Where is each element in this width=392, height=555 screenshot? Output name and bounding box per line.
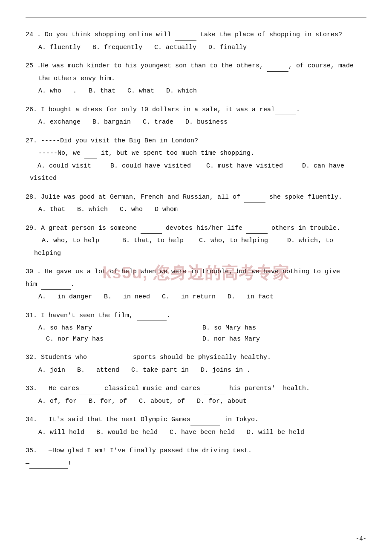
q34-options: A. will hold B. would be held C. have be… [26, 427, 366, 438]
q34-option-c: C. have been held [170, 427, 235, 438]
q31-option-b: B. so Mary has [202, 323, 366, 334]
question-26: 26. I bought a dress for only 10 dollars… [26, 104, 366, 128]
top-divider [26, 17, 366, 17]
q34-option-b: B. would be held [96, 427, 158, 438]
q24-option-b: B. frequently [92, 42, 142, 53]
q26-options: A. exchange B. bargain C. trade D. busin… [26, 117, 366, 128]
q25-option-a: A. who . [38, 86, 77, 97]
question-29: 29. A great person is someone devotes hi… [26, 223, 366, 259]
q27-blank [84, 159, 97, 159]
q24-option-d: D. finally [208, 42, 247, 53]
question-33: 33. He cares classical music and cares h… [26, 383, 366, 407]
q30-option-c: C. in return [162, 292, 216, 303]
q31-option-c: C. nor Mary has [38, 334, 202, 345]
q32-blank [91, 363, 129, 363]
q33-blank1 [79, 394, 101, 394]
q26-option-b: B. bargain [92, 117, 131, 128]
q32-option-c: C. take part in [131, 365, 189, 376]
question-24: 24 . Do you think shopping online will t… [26, 29, 366, 53]
q32-option-d: D. joins in . [201, 365, 251, 376]
q31-options: A. so has Mary B. so Mary has C. nor Mar… [26, 323, 366, 344]
q29-blank2 [246, 233, 268, 234]
q30-blank [41, 289, 71, 290]
question-30: 30 . He gave us a lot of help when we we… [26, 266, 366, 303]
q28-option-d: D whom [155, 204, 178, 215]
q24-options: A. fluently B. frequently C. actually D.… [26, 42, 366, 53]
q27-options-line2: visited [26, 173, 366, 184]
q25-option-c: C. what [127, 86, 154, 97]
q34-blank [190, 425, 220, 425]
q29-text: 29. A great person is someone devotes hi… [26, 223, 366, 234]
q25-options: A. who . B. that C. what D. which [26, 86, 366, 97]
q31-option-d: D. nor has Mary [202, 334, 366, 345]
q25-blank [267, 71, 288, 72]
q25-option-b: B. that [89, 86, 115, 97]
q30-options: A. in danger B. in need C. in return D. … [26, 292, 366, 303]
q24-blank [175, 40, 196, 40]
q34-text: 34. It's said that the next Olympic Game… [26, 414, 366, 425]
question-35: 35. —How glad I am! I've finally passed … [26, 445, 366, 469]
q26-option-c: C. trade [143, 117, 173, 128]
q32-option-b: B. attend [77, 365, 119, 376]
q32-text: 32. Students who sports should be physic… [26, 352, 366, 363]
q27-options-line1: A. could visit B. could have visited C. … [26, 161, 366, 172]
q24-option-c: C. actually [154, 42, 196, 53]
q26-option-d: D. business [185, 117, 228, 128]
q30-option-b: B. in need [104, 292, 150, 303]
question-32: 32. Students who sports should be physic… [26, 352, 366, 376]
q26-option-a: A. exchange [38, 117, 81, 128]
q31-option-a: A. so has Mary [38, 323, 202, 334]
q24-option-a: A. fluently [38, 42, 81, 53]
q32-options: A. join B. attend C. take part in D. joi… [26, 365, 366, 376]
q35-text-line2: —! [26, 458, 366, 469]
q29-options-line1: A. who, to help B. that, to help C. who,… [26, 235, 366, 246]
q28-option-c: C. who [120, 204, 143, 215]
q24-text: 24 . Do you think shopping online will t… [26, 29, 366, 40]
q30-option-a: A. in danger [38, 292, 92, 303]
q31-blank [137, 321, 167, 321]
q28-option-b: B. which [77, 204, 108, 215]
page-number: -4- [356, 535, 366, 542]
q25-option-d: D. which [166, 86, 197, 97]
q33-option-a: A. of, for [38, 396, 77, 407]
q31-text: 31. I haven't seen the film, . [26, 310, 366, 321]
q32-option-a: A. join [38, 365, 65, 376]
q33-blank2 [204, 394, 225, 394]
q35-text-line1: 35. —How glad I am! I've finally passed … [26, 445, 366, 457]
q34-option-d: D. will be held [247, 427, 304, 438]
q33-option-c: C. about, of [139, 396, 185, 407]
q35-blank [29, 468, 68, 469]
q30-text-line1: 30 . He gave us a lot of help when we we… [26, 266, 366, 278]
q30-option-d: D. in fact [228, 292, 274, 303]
q28-option-a: A. that [38, 204, 65, 215]
question-28: 28. Julie was good at German, French and… [26, 192, 366, 215]
q29-options-line2: helping [26, 248, 366, 259]
q30-text-line2: him . [26, 279, 366, 290]
q28-blank [244, 202, 265, 202]
q33-option-d: D. for, about [197, 396, 247, 407]
q25-text: 25 .He was much kinder to his youngest s… [26, 61, 366, 72]
q33-option-b: B. for, of [89, 396, 127, 407]
q34-option-a: A. will hold [38, 427, 84, 438]
q28-options: A. that B. which C. who D whom [26, 204, 366, 215]
q25-continuation: the others envy him. [26, 73, 366, 84]
question-34: 34. It's said that the next Olympic Game… [26, 414, 366, 438]
q28-text: 28. Julie was good at German, French and… [26, 192, 366, 203]
question-31: 31. I haven't seen the film, . A. so has… [26, 310, 366, 345]
q29-blank1 [141, 233, 162, 234]
q26-blank [275, 115, 296, 115]
q27-text-line2: -----No, we it, but we spent too much ti… [26, 148, 366, 159]
q33-text: 33. He cares classical music and cares h… [26, 383, 366, 394]
question-27: 27. -----Did you visit the Big Ben in Lo… [26, 136, 366, 184]
q27-text-line1: 27. -----Did you visit the Big Ben in Lo… [26, 136, 366, 147]
q33-options: A. of, for B. for, of C. about, of D. fo… [26, 396, 366, 407]
q26-text: 26. I bought a dress for only 10 dollars… [26, 104, 366, 116]
question-25: 25 .He was much kinder to his youngest s… [26, 61, 366, 97]
